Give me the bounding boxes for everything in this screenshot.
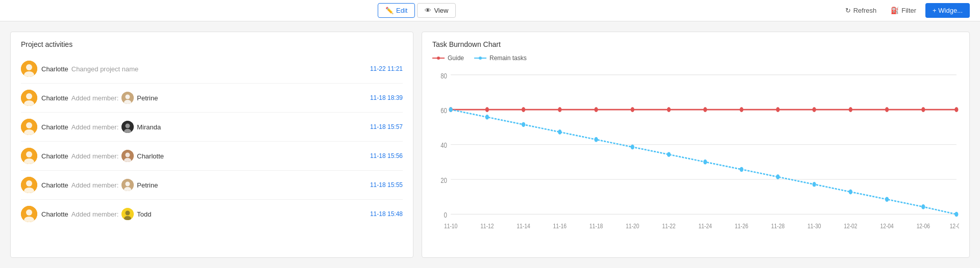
svg-text:12-02: 12-02 [844,222,857,230]
svg-text:12-04: 12-04 [880,222,894,230]
avatar [21,206,37,222]
svg-text:80: 80 [440,71,447,80]
action-text: Added member: [71,152,119,160]
remain-dot [558,129,561,135]
refresh-button[interactable]: ↻ Refresh [840,4,882,17]
guide-dot [849,107,852,112]
timestamp: 11-18 15:55 [370,181,403,189]
svg-point-16 [26,151,32,157]
svg-text:11-24: 11-24 [698,222,712,230]
activity-text: Charlotte Added member: Miranda [41,121,366,133]
remain-dot [594,137,598,142]
actor-name: Charlotte [41,65,68,73]
svg-point-19 [126,153,130,157]
avatar [21,90,37,106]
svg-point-28 [26,209,32,216]
guide-dot [776,107,779,112]
view-label: View [434,7,448,14]
remain-dot [849,190,852,195]
edit-tab[interactable]: ✏️ Edit [378,3,415,18]
remain-dot [954,212,958,217]
eye-icon: 👁 [425,7,431,14]
timestamp: 11-22 11:21 [370,65,403,72]
top-bar-right: ↻ Refresh ⛽ Filter + Widge... [840,3,970,18]
svg-text:11-14: 11-14 [517,222,530,230]
guide-dot [522,107,525,112]
remain-dot [776,174,779,179]
legend-remain: Remain tasks [474,55,527,62]
guide-dot [954,107,958,112]
remain-dot [813,182,816,187]
svg-text:12-06: 12-06 [917,222,930,230]
member-avatar [121,208,134,220]
activities-title: Project activities [11,40,413,55]
top-bar: ✏️ Edit 👁 View ↻ Refresh ⛽ Filter + Widg… [0,0,980,21]
remain-dot [740,167,743,172]
svg-text:40: 40 [440,141,447,150]
filter-icon: ⛽ [891,7,899,14]
action-text: Added member: [71,210,119,218]
chart-area: 80 60 40 20 0 11-10 11-12 11-14 11-16 11… [432,68,959,249]
action-text: Added member: [71,94,119,102]
timestamp: 11-18 15:48 [370,210,403,218]
filter-label: Filter [901,7,916,14]
list-item: Charlotte Added member: Petrine 11-18 18… [21,84,403,113]
filter-button[interactable]: ⛽ Filter [886,4,921,17]
svg-text:0: 0 [444,211,447,220]
list-item: Charlotte Added member: Petrine 11-18 15… [21,171,403,200]
svg-text:11-18: 11-18 [590,222,603,230]
actor-name: Charlotte [41,181,68,189]
member-name: Miranda [137,123,161,131]
actor-name: Charlotte [41,94,68,102]
chart-legend: Guide Remain tasks [432,55,959,62]
avatar [21,177,37,193]
chart-panel: Task Burndown Chart Guide Remain tasks 8… [422,32,970,258]
activities-panel: Project activities Charlotte Changed pro… [10,32,413,258]
remain-dot [522,122,525,127]
action-text: Added member: [71,123,119,131]
svg-point-13 [126,124,130,128]
burndown-svg: 80 60 40 20 0 11-10 11-12 11-14 11-16 11… [432,68,959,249]
member-avatar [121,121,134,133]
remain-dot [667,152,671,157]
svg-text:11-10: 11-10 [444,222,458,230]
activity-text: Charlotte Added member: Todd [41,208,366,220]
svg-text:12-08: 12-08 [950,222,959,230]
svg-text:11-26: 11-26 [735,222,749,230]
remain-dot [485,115,489,120]
remain-dot [921,204,925,209]
edit-label: Edit [396,7,407,14]
member-name: Petrine [137,181,158,189]
svg-point-10 [26,122,32,128]
action-text: Added member: [71,181,119,189]
view-tab[interactable]: 👁 View [417,3,456,18]
guide-dot [885,107,889,112]
guide-dot [631,107,634,112]
activity-text: Charlotte Added member: Charlotte [41,150,366,162]
member-avatar [121,92,134,104]
guide-dot [921,107,925,112]
svg-text:11-30: 11-30 [807,222,821,230]
activity-text: Charlotte Changed project name [41,65,366,73]
svg-text:60: 60 [440,106,447,115]
svg-point-25 [126,182,130,186]
main-content: Project activities Charlotte Changed pro… [0,21,980,268]
guide-dot [667,107,671,112]
activities-list: Charlotte Changed project name 11-22 11:… [11,55,413,257]
refresh-label: Refresh [853,7,877,14]
guide-dot [485,107,489,112]
guide-label: Guide [448,55,464,62]
guide-dot [558,107,561,112]
pencil-icon: ✏️ [385,7,394,14]
remain-line-icon [474,58,486,59]
actor-name: Charlotte [41,152,68,160]
svg-text:20: 20 [440,176,447,184]
member-avatar [121,150,134,162]
svg-text:11-22: 11-22 [662,222,676,230]
actor-name: Charlotte [41,210,68,218]
add-widget-label: + Widge... [933,7,963,14]
timestamp: 11-18 15:56 [370,152,403,159]
add-widget-button[interactable]: + Widge... [925,3,970,18]
svg-text:11-16: 11-16 [553,222,567,230]
action-text: Changed project name [71,65,139,73]
